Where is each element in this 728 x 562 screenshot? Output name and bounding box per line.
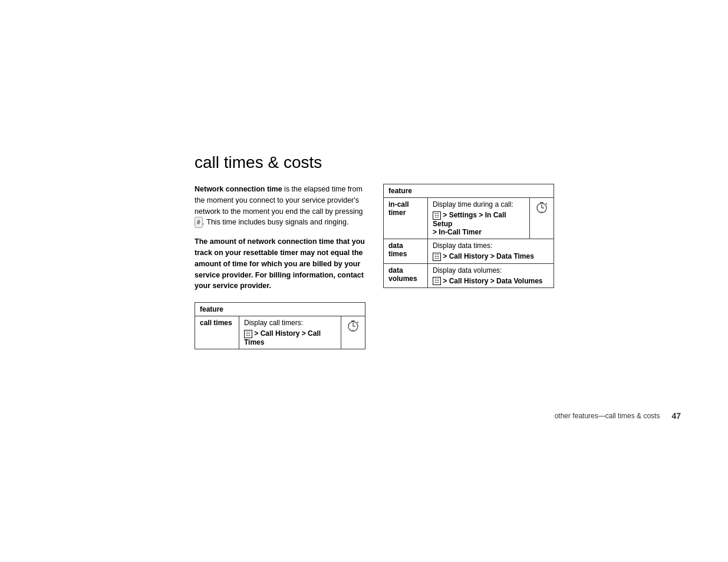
- timer-icon-2: A: [535, 200, 549, 214]
- body-paragraph-2: The amount of network connection time th…: [195, 236, 365, 292]
- left-feature-table: feature call times Display call timers: …: [195, 302, 365, 349]
- menu-icon: ☷: [433, 253, 441, 261]
- icon-cell: A: [341, 316, 365, 349]
- page-content: call times & costs Network connection ti…: [195, 153, 701, 349]
- desc-text: Display call timers:: [244, 319, 303, 327]
- page-number: 47: [671, 411, 681, 421]
- table-row: in-calltimer Display time during a call:…: [384, 198, 554, 239]
- desc-text: Display time during a call:: [433, 200, 513, 209]
- feature-description: Display data times: ☷ > Call History > D…: [428, 239, 554, 263]
- menu-icon: ☷: [244, 330, 252, 338]
- svg-text:A: A: [541, 210, 543, 214]
- body-text-end: . This time includes busy signals and ri…: [203, 218, 349, 226]
- menu-icon: ☷: [433, 277, 441, 285]
- footer-text: other features—call times & costs: [555, 412, 660, 420]
- nav-path-1: ☷ > Settings > In Call Setup> In-Call Ti…: [433, 211, 525, 236]
- left-table-header: feature: [195, 303, 365, 316]
- timer-icon: A: [346, 319, 360, 333]
- svg-text:A: A: [352, 329, 354, 332]
- nav-bold: > Call History > CallTimes: [244, 329, 321, 346]
- page-footer: other features—call times & costs 47: [0, 411, 728, 421]
- page-title: call times & costs: [195, 153, 701, 172]
- desc-text: Display data times:: [433, 242, 492, 250]
- nav-path: ☷ > Call History > CallTimes: [244, 329, 336, 346]
- feature-description: Display data volumes: ☷ > Call History >…: [428, 263, 554, 288]
- table-row: call times Display call timers: ☷ > Call…: [195, 316, 365, 349]
- table-row: data times Display data times: ☷ > Call …: [384, 239, 554, 263]
- left-column: Network connection time is the elapsed t…: [195, 184, 365, 349]
- body-paragraph-1: Network connection time is the elapsed t…: [195, 184, 365, 228]
- nav-path-3: ☷ > Call History > Data Volumes: [433, 277, 549, 286]
- svg-line-4: [357, 322, 358, 323]
- nav-path-2: ☷ > Call History > Data Times: [433, 252, 549, 261]
- nav-bold: > Call History > Data Volumes: [443, 277, 542, 285]
- table-row: datavolumes Display data volumes: ☷ > Ca…: [384, 263, 554, 288]
- svg-rect-3: [351, 320, 355, 322]
- right-column: feature in-calltimer Display time during…: [383, 184, 554, 288]
- feature-label: call times: [195, 316, 239, 349]
- right-table-header: feature: [384, 184, 554, 198]
- svg-rect-9: [540, 202, 543, 203]
- inline-button: #: [195, 217, 203, 228]
- feature-description: Display call timers: ☷ > Call History > …: [239, 316, 341, 349]
- bold-text-1: Network connection time: [195, 185, 282, 193]
- menu-icon: ☷: [433, 211, 441, 220]
- nav-bold: > Call History > Data Times: [443, 252, 534, 260]
- right-feature-table: feature in-calltimer Display time during…: [383, 184, 554, 288]
- feature-label: data times: [384, 239, 428, 263]
- feature-label: in-calltimer: [384, 198, 428, 239]
- desc-text: Display data volumes:: [433, 266, 502, 275]
- feature-description: Display time during a call: ☷ > Settings…: [428, 198, 530, 239]
- icon-cell: A: [530, 198, 554, 239]
- feature-label: datavolumes: [384, 263, 428, 288]
- svg-line-10: [546, 203, 547, 204]
- nav-bold: > Settings > In Call Setup> In-Call Time…: [433, 211, 506, 236]
